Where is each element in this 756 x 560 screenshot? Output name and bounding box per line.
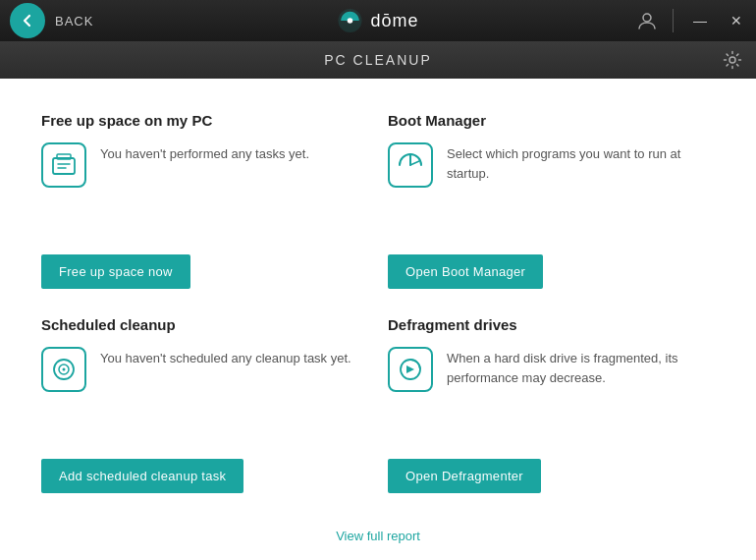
boot-manager-icon	[388, 142, 433, 188]
view-full-report-link[interactable]: View full report	[336, 529, 420, 543]
app-name: dōme	[370, 11, 418, 31]
scheduled-cleanup-section: Scheduled cleanup You haven't scheduled …	[31, 307, 378, 511]
svg-point-12	[63, 368, 66, 371]
minimize-button[interactable]: —	[689, 11, 711, 30]
settings-icon[interactable]	[723, 50, 742, 70]
defragment-body: When a hard disk drive is fragmented, it…	[388, 347, 705, 441]
scheduled-cleanup-desc: You haven't scheduled any cleanup task y…	[100, 347, 351, 368]
sections-grid: Free up space on my PC You haven't perfo…	[31, 102, 725, 511]
boot-manager-button[interactable]: Open Boot Manager	[388, 254, 543, 289]
svg-point-1	[348, 18, 353, 24]
title-bar: BACK dōme — ✕	[0, 0, 756, 41]
free-space-desc: You haven't performed any tasks yet.	[100, 142, 309, 164]
defragment-section: Defragment drives When a hard disk drive…	[378, 307, 725, 511]
window-controls: — ✕	[637, 9, 746, 32]
boot-manager-title: Boot Manager	[388, 112, 705, 129]
defragment-desc: When a hard disk drive is fragmented, it…	[447, 347, 705, 387]
user-icon[interactable]	[637, 11, 657, 30]
defragment-title: Defragment drives	[388, 316, 705, 333]
free-space-section: Free up space on my PC You haven't perfo…	[31, 102, 378, 307]
defragment-button[interactable]: Open Defragmenter	[388, 459, 541, 493]
svg-point-3	[729, 57, 735, 63]
scheduled-cleanup-icon	[41, 347, 86, 392]
boot-manager-body: Select which programs you want to run at…	[388, 142, 705, 237]
free-space-icon	[41, 142, 86, 188]
svg-rect-5	[57, 154, 71, 159]
footer: View full report	[31, 521, 725, 544]
free-space-body: You haven't performed any tasks yet.	[41, 142, 358, 237]
main-content: Free up space on my PC You haven't perfo…	[0, 79, 756, 560]
separator	[673, 9, 674, 32]
logo-icon	[337, 8, 362, 33]
svg-rect-4	[53, 158, 75, 174]
defragment-icon	[388, 347, 433, 392]
close-button[interactable]: ✕	[727, 11, 746, 30]
back-button[interactable]	[10, 3, 45, 38]
back-label: BACK	[55, 14, 93, 28]
free-space-title: Free up space on my PC	[41, 112, 358, 129]
scheduled-cleanup-title: Scheduled cleanup	[41, 316, 358, 333]
free-space-button[interactable]: Free up space now	[41, 254, 190, 289]
app-logo: dōme	[337, 8, 418, 33]
scheduled-cleanup-button[interactable]: Add scheduled cleanup task	[41, 459, 243, 493]
svg-line-9	[410, 161, 419, 165]
svg-point-2	[643, 14, 651, 22]
boot-manager-desc: Select which programs you want to run at…	[447, 142, 705, 183]
scheduled-cleanup-body: You haven't scheduled any cleanup task y…	[41, 347, 358, 441]
page-title: PC Cleanup	[324, 52, 431, 68]
boot-manager-section: Boot Manager Select which programs you w…	[378, 102, 725, 307]
subtitle-bar: PC Cleanup	[0, 41, 756, 79]
